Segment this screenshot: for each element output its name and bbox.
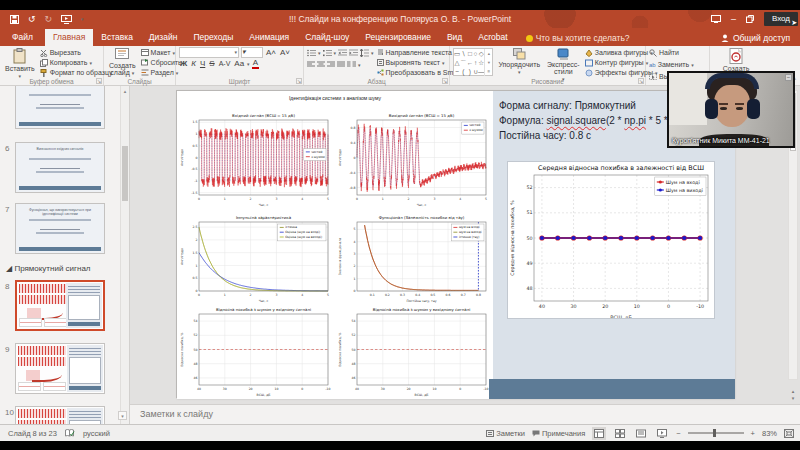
slide-sorter-view-button[interactable] <box>613 427 627 440</box>
zoom-slider-thumb[interactable] <box>713 429 716 437</box>
thumbnail-number: 9 <box>5 345 9 354</box>
notes-placeholder[interactable]: Заметки к слайду <box>140 409 213 419</box>
decrease-indent-icon[interactable] <box>338 49 347 57</box>
line-spacing-icon[interactable] <box>360 49 369 57</box>
spellcheck-icon[interactable] <box>65 429 75 438</box>
slide-thumbnail-7[interactable]: Функціонал, що використовується при іден… <box>15 203 105 254</box>
change-case-button[interactable]: Aa <box>233 59 245 68</box>
section-header[interactable]: ◢ Прямокутний сигнал <box>6 264 91 273</box>
redo-icon[interactable]: ↻ <box>45 14 53 24</box>
svg-text:30: 30 <box>570 304 576 309</box>
drawing-dialog-launcher[interactable]: ↘ <box>638 78 644 84</box>
group-label-slides: Слайды <box>104 78 175 85</box>
slide-thumbnail-8[interactable] <box>15 280 105 331</box>
bullets-icon[interactable] <box>307 49 316 57</box>
comments-toggle[interactable]: Примечания <box>532 429 585 438</box>
copy-button[interactable]: Копировать▾ <box>40 58 113 67</box>
tab-дизайн[interactable]: Дизайн <box>141 29 186 46</box>
zoom-out-button[interactable]: − <box>676 429 680 438</box>
arrange-button[interactable]: Упорядочить▾ <box>496 48 542 76</box>
tab-вставка[interactable]: Вставка <box>93 29 141 46</box>
sign-in-button[interactable]: Вход➤ <box>764 12 798 26</box>
svg-text:-1: -1 <box>194 179 197 183</box>
character-spacing-button[interactable]: A-V <box>218 60 232 67</box>
svg-text:Функціонал (Залежність похибки: Функціонал (Залежність похибки від тау) <box>379 215 465 220</box>
slide-thumbnail-9[interactable] <box>15 343 105 394</box>
shapes-gallery[interactable]: ▭∖□○◇▴ △⌒←↑☆▾ ~()∪—≡ <box>453 48 493 76</box>
notes-toggle[interactable]: Заметки <box>486 429 525 438</box>
fit-slide-button[interactable] <box>784 429 794 438</box>
numbering-icon[interactable] <box>323 49 332 57</box>
slide-thumbnail-6[interactable]: Визначення вхідних сигналів <box>15 142 105 193</box>
justify-icon[interactable] <box>337 61 345 68</box>
font-size-select[interactable]: ▾ <box>241 47 263 58</box>
slide-thumbnail-10[interactable] <box>15 406 105 424</box>
svg-text:1: 1 <box>196 264 198 268</box>
tab-переходы[interactable]: Переходы <box>185 29 241 46</box>
webcam-overlay[interactable]: – Куроп'ятник Микита ММ-41-21 <box>667 71 795 148</box>
new-slide-button[interactable]: Создать слайд ▾ <box>107 48 138 77</box>
presenter-display-icon[interactable] <box>711 15 721 23</box>
tab-анимация[interactable]: Анимация <box>241 29 297 46</box>
shrink-font-button[interactable]: A˅ <box>279 48 291 57</box>
align-center-icon[interactable] <box>317 61 325 68</box>
svg-text:1: 1 <box>382 197 384 201</box>
font-color-button[interactable]: А <box>252 58 259 69</box>
svg-text:0: 0 <box>354 156 356 160</box>
notes-pane[interactable]: ▾ Заметки к слайду <box>130 404 800 424</box>
underline-button[interactable]: Ч <box>199 59 206 68</box>
previous-slide-button[interactable]: ▴ <box>788 388 798 395</box>
cut-button[interactable]: Вырезать <box>40 48 113 57</box>
replace-button[interactable]: abЗаменить▾ <box>649 60 696 69</box>
share-button[interactable]: Общий доступ <box>721 33 790 46</box>
tell-me-box[interactable]: Что вы хотите сделать? <box>526 33 630 46</box>
save-icon[interactable] <box>10 15 19 24</box>
strikethrough-button[interactable]: S <box>208 59 215 68</box>
grow-font-button[interactable]: A˄ <box>265 48 277 57</box>
slideshow-view-button[interactable] <box>655 427 669 440</box>
restore-button[interactable] <box>746 15 754 23</box>
tab-рецензирование[interactable]: Рецензирование <box>357 29 439 46</box>
tab-acrobat[interactable]: Acrobat <box>470 29 515 46</box>
zoom-level[interactable]: 83% <box>762 429 777 438</box>
increase-indent-icon[interactable] <box>349 49 358 57</box>
tab-главная[interactable]: Главная <box>45 29 93 46</box>
bold-button[interactable]: Ж <box>179 59 188 68</box>
font-dialog-launcher[interactable]: ↘ <box>296 78 302 84</box>
slide-canvas[interactable]: Ідентифікація системи з аналізом шуму 01… <box>176 90 734 398</box>
lightbulb-icon <box>526 35 533 42</box>
zoom-in-button[interactable]: + <box>751 429 755 438</box>
notes-splitter-icon[interactable]: ▾ <box>118 411 127 420</box>
svg-text:Час, с: Час, с <box>259 203 269 207</box>
tab-слайд-шоу[interactable]: Слайд-шоу <box>297 29 357 46</box>
title-bar: ↺ ↻ ▾ !!! Слайди на конференцию Поляруса… <box>0 10 800 28</box>
slide-thumbnail[interactable] <box>15 86 105 129</box>
language-indicator[interactable]: русский <box>83 429 110 438</box>
find-button[interactable]: Найти <box>649 48 696 57</box>
tab-file[interactable]: Файл <box>0 29 45 46</box>
person-face <box>714 85 750 127</box>
clipboard-dialog-launcher[interactable]: ↘ <box>96 78 102 84</box>
undo-icon[interactable]: ↺ <box>28 14 36 24</box>
thumbnail-scrollbar[interactable]: ▴ <box>120 86 129 424</box>
paste-button[interactable]: Вставить▾ <box>3 48 37 80</box>
align-left-icon[interactable] <box>307 61 315 68</box>
tab-вид[interactable]: Вид <box>439 29 470 46</box>
reading-view-button[interactable] <box>634 427 648 440</box>
font-name-select[interactable]: ▾ <box>179 47 239 58</box>
customize-qat-icon[interactable]: ▾ <box>81 16 84 22</box>
align-right-icon[interactable] <box>327 61 335 68</box>
svg-text:52: 52 <box>194 333 198 337</box>
paragraph-dialog-launcher[interactable]: ↘ <box>442 78 448 84</box>
normal-view-button[interactable] <box>592 427 606 440</box>
svg-text:0.4: 0.4 <box>415 293 420 297</box>
italic-button[interactable]: К <box>190 59 197 68</box>
webcam-minimize-icon[interactable]: – <box>785 74 792 81</box>
arrange-icon <box>513 48 526 60</box>
zoom-slider[interactable] <box>688 432 744 434</box>
columns-icon[interactable] <box>347 61 356 68</box>
next-slide-button[interactable]: ▾ <box>788 395 798 402</box>
format-painter-button[interactable]: Формат по образцу <box>40 68 113 77</box>
minimize-button[interactable]: – <box>731 14 736 24</box>
start-slideshow-icon[interactable] <box>61 15 72 24</box>
